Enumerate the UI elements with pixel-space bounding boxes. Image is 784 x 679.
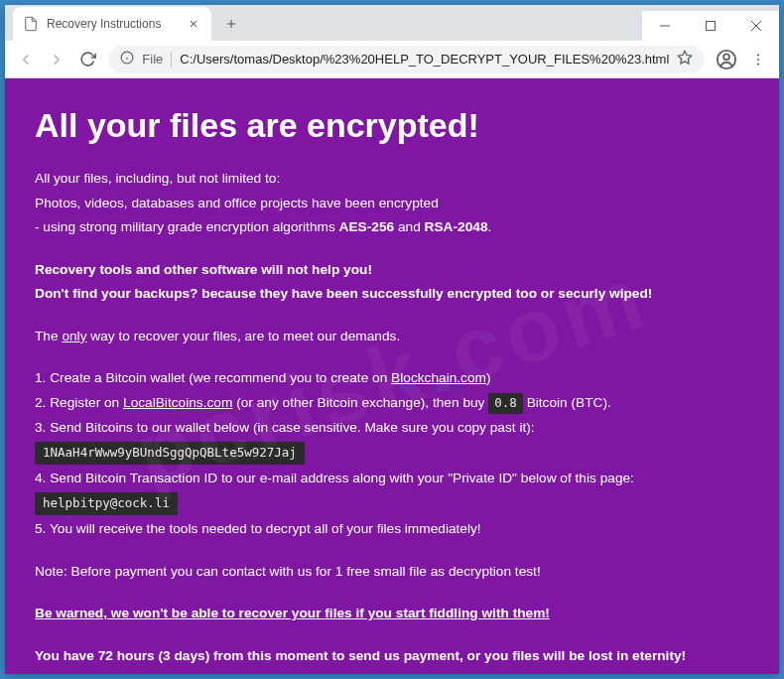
page-content: pcrisk.com All your files are encrypted!… — [5, 78, 779, 674]
be-warned-line: Be warned, we won't be able to recover y… — [35, 606, 550, 620]
note-line: Note: Before payment you can contact wit… — [35, 562, 749, 583]
url-scheme-label: File — [142, 52, 163, 67]
info-icon — [120, 51, 134, 68]
step-3: 3. Send Bitcoins to our wallet below (in… — [35, 418, 749, 439]
new-tab-button[interactable] — [217, 10, 245, 38]
contact-email[interactable]: helpbitpy@cock.li — [35, 492, 178, 515]
link-text[interactable]: LocalBitcoins.com — [123, 395, 232, 410]
text: 1. Create a Bitcoin wallet (we recommend… — [35, 370, 391, 385]
text: Bitcoin (BTC). — [523, 395, 611, 410]
url-text: C:/Users/tomas/Desktop/%23%20HELP_TO_DEC… — [180, 52, 669, 67]
svg-point-16 — [757, 63, 759, 65]
svg-point-14 — [757, 54, 759, 56]
text: and — [394, 219, 424, 234]
svg-point-13 — [723, 54, 729, 60]
intro-line: Photos, videos, databases and office pro… — [35, 194, 749, 214]
btc-amount: 0.8 — [488, 393, 523, 414]
text: 2. Register on — [35, 395, 123, 410]
address-bar: File C:/Users/tomas/Desktop/%23%20HELP_T… — [5, 41, 779, 78]
deadline-line: You have 72 hours (3 days) from this mom… — [35, 648, 686, 663]
file-icon — [23, 16, 39, 32]
text: . — [488, 219, 492, 234]
wallet-address[interactable]: 1NAaH4rWww9yBUndSggQpQBLte5w927Jaj — [35, 442, 305, 465]
svg-rect-5 — [707, 22, 716, 31]
only-way-line: The only way to recover your files, are … — [35, 327, 749, 347]
page-heading: All your files are encrypted! — [35, 100, 749, 151]
algorithm-name: AES-256 — [339, 219, 395, 234]
text: The — [35, 329, 62, 343]
svg-point-15 — [757, 58, 759, 60]
step-4: 4. Send Bitcoin Transaction ID to our e-… — [35, 469, 749, 489]
underlined-text: only — [62, 329, 86, 343]
warning-line: Don't find your backups? because they ha… — [35, 286, 652, 301]
algorithm-name: RSA-2048 — [425, 219, 488, 234]
close-tab-button[interactable] — [186, 16, 201, 32]
back-button[interactable] — [15, 48, 36, 71]
browser-tab[interactable]: Recovery Instructions — [13, 7, 211, 41]
bookmark-star-icon[interactable] — [677, 50, 693, 68]
window-controls — [642, 11, 779, 41]
intro-line: All your files, including, but not limit… — [35, 169, 749, 190]
forward-button[interactable] — [46, 48, 66, 71]
step-1: 1. Create a Bitcoin wallet (we recommend… — [35, 368, 749, 389]
browser-window: Recovery Instructions — [5, 5, 779, 674]
profile-avatar-icon[interactable] — [715, 47, 737, 72]
text: way to recover your files, are to meet o… — [87, 329, 401, 343]
close-window-button[interactable] — [733, 11, 779, 41]
tab-strip: Recovery Instructions — [5, 5, 779, 41]
minimize-button[interactable] — [642, 11, 688, 41]
maximize-button[interactable] — [688, 11, 733, 41]
svg-marker-11 — [679, 51, 692, 64]
omnibox[interactable]: File C:/Users/tomas/Desktop/%23%20HELP_T… — [108, 46, 705, 73]
text: (or any other Bitcoin exchange), then bu… — [232, 395, 488, 410]
kebab-menu-icon[interactable] — [748, 48, 769, 71]
tab-title: Recovery Instructions — [47, 17, 178, 31]
text: - using strong military grade encryption… — [35, 219, 339, 234]
text: ) — [486, 370, 491, 385]
link-text[interactable]: Blockchain.com — [391, 370, 486, 385]
step-2: 2. Register on LocalBitcoins.com (or any… — [35, 393, 749, 414]
warning-line: Recovery tools and other software will n… — [35, 262, 372, 277]
intro-line: - using strong military grade encryption… — [35, 217, 749, 238]
step-5: 5. You will receive the tools needed to … — [35, 519, 749, 540]
separator — [171, 52, 172, 68]
reload-button[interactable] — [77, 48, 98, 71]
